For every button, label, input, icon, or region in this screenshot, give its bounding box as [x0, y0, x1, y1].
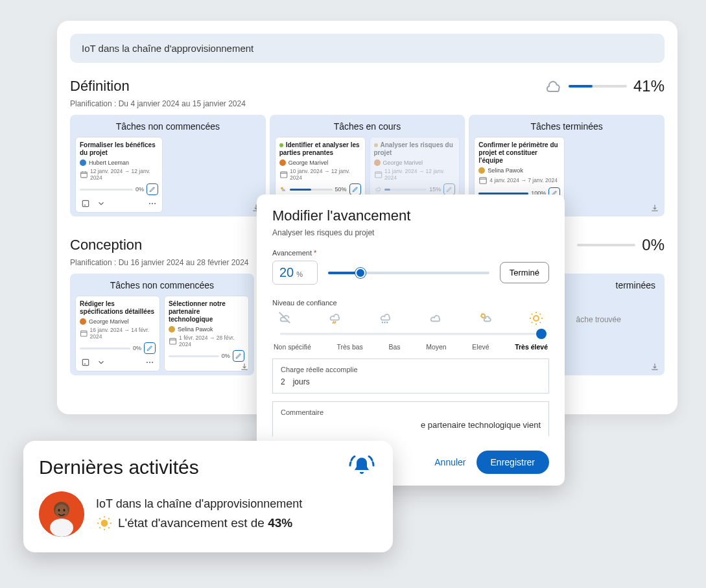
more-icon[interactable] — [145, 358, 154, 367]
pencil-icon — [352, 186, 359, 193]
task-assignee: Hubert Leeman — [89, 159, 129, 166]
comment-field[interactable]: Commentaire e partenaire technologique v… — [272, 401, 549, 436]
download-icon[interactable] — [650, 362, 659, 371]
save-button[interactable]: Enregistrer — [477, 451, 549, 474]
task-pct: 0% — [135, 186, 144, 193]
svg-point-4 — [154, 203, 156, 204]
confidence-level-label: Elevé — [472, 343, 489, 351]
column-title: Tâches non commencées — [75, 280, 249, 290]
edit-task-button[interactable] — [147, 183, 158, 195]
cloud-off-icon[interactable] — [277, 311, 292, 325]
progress-input[interactable]: 20 % — [272, 261, 318, 285]
task-title: Analyser les risques du projet — [374, 141, 453, 156]
task-pct: 15% — [429, 186, 441, 193]
modal-title: Modifier l'avancement — [272, 207, 549, 224]
section-progress-definition: 41% — [547, 77, 665, 95]
svg-point-12 — [149, 362, 150, 363]
svg-rect-8 — [480, 178, 487, 183]
field-label-workload: Charge réelle accomplie — [281, 366, 541, 373]
pencil-icon — [446, 186, 453, 193]
progress-slider[interactable] — [328, 266, 489, 279]
sun-icon[interactable] — [528, 311, 544, 326]
task-card[interactable]: Analyser les risques du projet George Ma… — [370, 137, 460, 200]
task-pct: 0% — [133, 345, 141, 351]
toast-status-text: L'état d'avancement est de — [118, 516, 268, 530]
column-title: Tâches non commencées — [75, 121, 261, 132]
section-title-definition: Définition — [70, 78, 130, 95]
confidence-level-label: Non spécifié — [274, 343, 311, 351]
pencil-icon — [149, 186, 156, 193]
project-title-bar: IoT dans la chaîne d'approvisionnement — [70, 34, 665, 63]
activity-toast: Dernières activités IoT dans la chaîne d… — [23, 441, 393, 552]
task-card[interactable]: Rédiger les spécifications détaillées Ge… — [75, 296, 160, 371]
task-title: Confirmer le périmètre du projet et cons… — [478, 141, 560, 165]
svg-point-22 — [64, 509, 65, 512]
chevron-down-icon[interactable] — [97, 199, 106, 208]
edit-task-button[interactable] — [443, 183, 455, 195]
cancel-button[interactable]: Annuler — [434, 457, 465, 467]
confidence-slider[interactable] — [280, 327, 541, 340]
svg-rect-14 — [170, 338, 176, 344]
more-icon[interactable] — [148, 199, 157, 208]
workload-field[interactable]: Charge réelle accomplie 2 jours — [272, 359, 549, 394]
toast-project: IoT dans la chaîne d'approvisionnement — [96, 497, 302, 511]
svg-rect-0 — [81, 172, 88, 178]
task-assignee: Selina Pawok — [488, 167, 523, 174]
edit-task-button[interactable] — [233, 350, 244, 362]
chevron-down-icon[interactable] — [97, 358, 106, 367]
cloud-icon[interactable] — [428, 311, 442, 325]
task-title: Identifier et analyser les parties prena… — [279, 141, 360, 156]
task-dates: 11 janv. 2024 → 12 janv. 2024 — [384, 168, 455, 181]
svg-point-11 — [147, 362, 148, 363]
pencil-icon — [235, 353, 242, 359]
workload-unit: jours — [293, 377, 310, 386]
cloud-rain-icon — [374, 185, 382, 193]
section-subtitle-definition: Planification : Du 4 janvier 2024 au 15 … — [70, 99, 665, 108]
complete-button[interactable]: Terminé — [500, 262, 549, 283]
calendar-icon — [80, 329, 88, 338]
storm-icon[interactable] — [327, 311, 342, 325]
avatar-icon — [80, 159, 86, 166]
edit-task-button[interactable] — [144, 342, 156, 354]
archive-icon[interactable] — [81, 199, 90, 208]
download-icon[interactable] — [240, 362, 249, 371]
task-card[interactable]: Identifier et analyser les parties prena… — [275, 137, 366, 200]
column-not-started: Tâches non commencées Rédiger les spécif… — [70, 274, 254, 375]
download-icon[interactable] — [650, 204, 659, 213]
svg-point-3 — [152, 203, 153, 204]
task-dates: 12 janv. 2024 → 12 janv. 2024 — [90, 168, 158, 181]
task-dates: 4 janv. 2024 → 7 janv. 2024 — [489, 177, 558, 183]
column-title: Tâches terminées — [474, 121, 659, 132]
svg-rect-5 — [280, 172, 287, 178]
pencil-icon — [147, 345, 153, 351]
confidence-icon-row — [272, 311, 549, 326]
sun-cloud-icon[interactable] — [478, 311, 493, 325]
avatar-icon — [80, 318, 86, 325]
svg-rect-7 — [375, 172, 381, 178]
project-title: IoT dans la chaîne d'approvisionnement — [82, 43, 253, 54]
svg-point-2 — [149, 203, 150, 204]
bell-icon[interactable] — [346, 454, 377, 481]
svg-rect-9 — [81, 331, 87, 336]
sun-cloud-icon — [279, 185, 287, 193]
task-dates: 1 févr. 2024 → 28 févr. 2024 — [179, 335, 244, 347]
task-assignee: George Marivel — [383, 159, 423, 166]
task-dates: 10 janv. 2024 → 12 janv. 2024 — [290, 168, 360, 181]
svg-point-13 — [152, 362, 153, 363]
section-pct-definition: 41% — [633, 77, 665, 95]
progress-unit: % — [296, 270, 303, 278]
avatar-icon — [374, 159, 381, 166]
confidence-level-label: Bas — [388, 343, 400, 351]
edit-task-button[interactable] — [349, 183, 361, 195]
archive-icon[interactable] — [81, 358, 90, 367]
svg-point-16 — [534, 316, 539, 321]
field-label-progress: Avancement — [272, 249, 312, 257]
task-card[interactable]: Formaliser les bénéfices du projet Huber… — [75, 137, 163, 213]
task-assignee: George Marivel — [288, 159, 329, 166]
task-card[interactable]: Confirmer le périmètre du projet et cons… — [474, 137, 565, 204]
cloud-rain-icon[interactable] — [378, 311, 392, 325]
task-card[interactable]: Sélectionner notre partenaire technologi… — [164, 296, 249, 371]
task-title: Formaliser les bénéfices du projet — [80, 141, 158, 157]
svg-rect-10 — [82, 359, 88, 365]
task-title: Rédiger les spécifications détaillées — [80, 300, 156, 316]
